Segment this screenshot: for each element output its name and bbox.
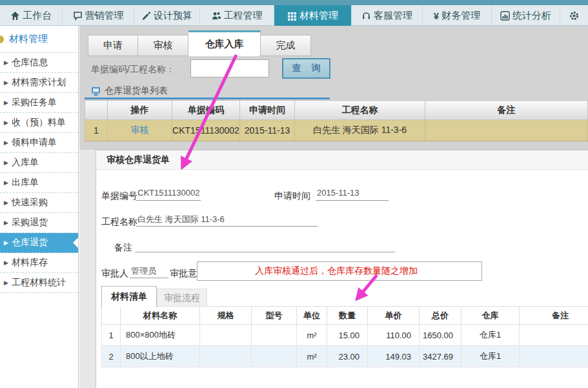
- list-header-row: 操作 单据编码 申请时间 工程名称 备注: [85, 101, 588, 120]
- col-remark: 备注: [425, 101, 588, 120]
- arrow-bullet-icon: ▶: [4, 199, 8, 206]
- list-section-header: 仓库退货单列表: [91, 85, 168, 97]
- approver-label: 审批人: [101, 268, 128, 280]
- grid-icon: [287, 11, 297, 21]
- return-order-list-table: 操作 单据编码 申请时间 工程名称 备注 1 审核 CKT1511130002 …: [85, 100, 588, 141]
- nav-label: 工作台: [23, 10, 52, 22]
- sidebar-item-quick-purchase[interactable]: ▶快速采购: [0, 193, 78, 213]
- sidebar-item-outbound-order[interactable]: ▶出库单: [0, 173, 78, 193]
- sidebar-item-label: 材料需求计划: [12, 77, 66, 88]
- arrow-bullet-icon: ▶: [4, 159, 8, 166]
- material-row[interactable]: 1 800×800地砖 m² 15.00 110.00 1650.00 仓库1: [102, 325, 588, 346]
- sidebar-item-receive-order[interactable]: ▶收（预）料单: [0, 113, 78, 133]
- sidebar-item-label: 采购退货: [12, 217, 48, 229]
- nav-label: 设计预算: [154, 10, 192, 22]
- table-row[interactable]: 1 审核 CKT1511130002 2015-11-13 白先生 海天国际 1…: [85, 120, 588, 141]
- headset-icon: [361, 11, 371, 21]
- sidebar-item-material-stock[interactable]: ▶材料库存: [0, 253, 78, 273]
- workflow-tabs: 申请 审核 仓库入库 完成: [88, 29, 311, 56]
- app-window: 工作台 营销管理 设计预算 工程管理 材料管理 客服管理 ¥ 财务管理 统计分析: [0, 0, 588, 388]
- nav-item-marketing[interactable]: 营销管理: [63, 5, 134, 26]
- sidebar-title-label: 材料管理: [9, 33, 48, 45]
- nav-item-design-budget[interactable]: 设计预算: [134, 5, 200, 26]
- row-index: 2: [102, 346, 121, 367]
- col-model: 型号: [252, 307, 297, 325]
- sidebar-item-label: 收（预）料单: [12, 117, 66, 128]
- remark-label: 备注: [114, 242, 132, 254]
- sidebar-title: 材料管理: [0, 26, 78, 53]
- panel-title: 审核仓库退货单: [96, 150, 588, 170]
- sidebar-item-warehouse-info[interactable]: ▶仓库信息: [0, 53, 78, 73]
- sidebar-item-inbound-order[interactable]: ▶入库单: [0, 153, 78, 173]
- arrow-bullet-icon: ▶: [4, 280, 8, 286]
- sidebar-item-purchase-task[interactable]: ▶采购任务单: [0, 93, 78, 113]
- row-remark: [425, 120, 588, 141]
- nav-item-workbench[interactable]: 工作台: [0, 5, 63, 26]
- module-icon: [0, 36, 4, 43]
- nav-label: 财务管理: [441, 10, 480, 22]
- material-qty: 23.00: [327, 346, 368, 367]
- material-list-table: 材料名称 规格 型号 单位 数量 单价 总价 仓库 备注 1 800×800地砖: [101, 306, 588, 367]
- tab-material-list[interactable]: 材料清单: [101, 286, 157, 307]
- material-qty: 15.00: [327, 325, 368, 346]
- chart-icon: [500, 11, 510, 21]
- review-link[interactable]: 审核: [131, 125, 149, 135]
- material-remark: [520, 346, 588, 367]
- material-warehouse: 仓库1: [461, 346, 520, 367]
- col-project-name: 工程名称: [295, 101, 425, 120]
- col-apply-time: 申请时间: [240, 101, 295, 120]
- row-index: 1: [102, 325, 121, 346]
- nav-label: 营销管理: [85, 10, 124, 22]
- arrow-bullet-icon: ▶: [4, 220, 8, 226]
- sidebar-item-project-material-stats[interactable]: ▶工程材料统计: [0, 273, 78, 293]
- nav-item-finance[interactable]: ¥ 财务管理: [423, 5, 492, 26]
- tab-warehouse-inbound[interactable]: 仓库入库: [188, 30, 261, 56]
- material-total: 1650.00: [420, 325, 461, 346]
- arrow-bullet-icon: ▶: [4, 139, 8, 146]
- col-material-name: 材料名称: [121, 307, 200, 325]
- nav-item-project[interactable]: 工程管理: [200, 5, 274, 26]
- col-remark: 备注: [520, 307, 588, 325]
- material-header-row: 材料名称 规格 型号 单位 数量 单价 总价 仓库 备注: [102, 307, 588, 325]
- search-input[interactable]: [190, 59, 269, 77]
- sidebar-item-label: 快速采购: [12, 197, 48, 209]
- material-price: 110.00: [368, 325, 420, 346]
- tab-apply[interactable]: 申请: [88, 35, 138, 56]
- sidebar: 材料管理 ▶仓库信息 ▶材料需求计划 ▶采购任务单 ▶收（预）料单 ▶领料申请单…: [0, 26, 79, 388]
- sidebar-item-label: 仓库退货: [12, 237, 48, 249]
- sidebar-item-material-demand-plan[interactable]: ▶材料需求计划: [0, 73, 78, 93]
- nav-item-material[interactable]: 材料管理: [274, 5, 352, 26]
- nav-item-settings[interactable]: [560, 5, 588, 26]
- col-spec: 规格: [200, 307, 252, 325]
- section-underline: [85, 97, 330, 99]
- sidebar-item-label: 采购任务单: [12, 97, 57, 108]
- chat-icon: [73, 11, 83, 21]
- sidebar-item-warehouse-return[interactable]: ▶仓库退货: [0, 233, 78, 253]
- material-spec: [200, 325, 252, 346]
- sidebar-item-purchase-return[interactable]: ▶采购退货: [0, 213, 78, 233]
- remark-value: [135, 240, 395, 252]
- col-unit: 单位: [297, 307, 327, 325]
- tab-review[interactable]: 审核: [138, 35, 188, 56]
- arrow-bullet-icon: ▶: [4, 59, 8, 66]
- col-index: [85, 101, 108, 120]
- project-name-value: 白先生 海天国际 11-3-6: [136, 214, 318, 227]
- tab-approval-flow[interactable]: 审批流程: [157, 289, 207, 307]
- sidebar-item-material-request[interactable]: ▶领料申请单: [0, 133, 78, 153]
- tab-complete[interactable]: 完成: [261, 35, 311, 56]
- material-total: 3427.69: [420, 346, 461, 367]
- col-warehouse: 仓库: [461, 307, 520, 325]
- material-unit: m²: [297, 325, 327, 346]
- users-icon: [212, 11, 221, 21]
- nav-item-service[interactable]: 客服管理: [352, 5, 423, 26]
- row-project-name: 白先生 海天国际 11-3-6: [295, 120, 425, 141]
- nav-item-statistics[interactable]: 统计分析: [492, 5, 560, 26]
- gear-icon: [569, 11, 579, 21]
- material-row[interactable]: 2 800以上地砖 m² 23.00 149.03 3427.69 仓库1: [102, 346, 588, 367]
- material-price: 149.03: [368, 346, 420, 367]
- nav-label: 客服管理: [374, 10, 412, 22]
- material-name: 800以上地砖: [121, 346, 200, 367]
- edit-icon: [141, 11, 151, 21]
- search-button[interactable]: 查 询: [282, 58, 330, 79]
- list-section-title: 仓库退货单列表: [105, 85, 168, 97]
